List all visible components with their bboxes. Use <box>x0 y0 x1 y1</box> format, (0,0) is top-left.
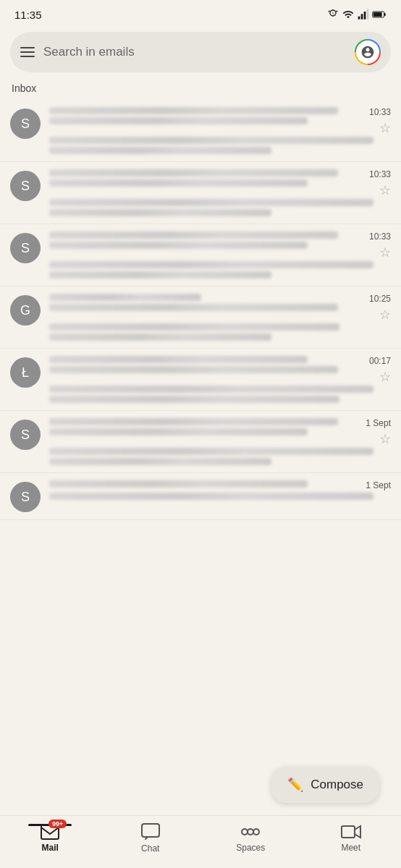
sender-avatar-2: S <box>10 171 41 201</box>
email-content-3: 10:33 ☆ <box>49 231 391 278</box>
email-header-6: 1 Sept ☆ <box>49 418 391 446</box>
email-meta-1: 10:33 ☆ <box>359 107 391 135</box>
svg-rect-6 <box>373 12 382 17</box>
chat-icon <box>141 823 160 841</box>
email-line <box>49 448 373 455</box>
spaces-icon <box>240 824 261 840</box>
email-line <box>49 493 373 500</box>
email-item-5[interactable]: Ł 00:17 ☆ <box>0 349 401 411</box>
sender-avatar-6: S <box>10 420 41 450</box>
meet-label: Meet <box>341 843 360 853</box>
email-line <box>49 366 338 373</box>
email-time-4: 10:25 <box>369 294 391 304</box>
email-content-2: 10:33 ☆ <box>49 169 391 216</box>
email-line <box>49 294 201 301</box>
email-content-6: 1 Sept ☆ <box>49 418 391 465</box>
star-icon-2[interactable]: ☆ <box>379 184 391 197</box>
email-header-1: 10:33 ☆ <box>49 107 391 135</box>
spaces-label: Spaces <box>236 843 265 853</box>
email-line <box>49 147 271 154</box>
email-line <box>49 418 338 425</box>
mail-badge: 99+ <box>48 820 67 828</box>
search-bar[interactable]: Search in emails <box>10 32 391 72</box>
email-line <box>49 169 338 176</box>
mail-label: Mail <box>42 843 59 853</box>
email-item-1[interactable]: S 10:33 ☆ <box>0 100 401 162</box>
email-body-1 <box>49 137 391 154</box>
hamburger-icon[interactable] <box>20 47 35 57</box>
star-icon-6[interactable]: ☆ <box>379 433 391 446</box>
email-header-7: 1 Sept <box>49 480 391 490</box>
email-item-2[interactable]: S 10:33 ☆ <box>0 162 401 224</box>
email-line <box>49 323 339 331</box>
svg-point-9 <box>242 829 248 835</box>
email-header-3: 10:33 ☆ <box>49 231 391 259</box>
email-meta-3: 10:33 ☆ <box>359 231 391 259</box>
email-line <box>49 458 271 465</box>
email-body-5 <box>49 386 391 403</box>
sender-avatar-3: S <box>10 233 41 263</box>
svg-point-11 <box>253 829 259 835</box>
email-line <box>49 107 338 114</box>
svg-rect-12 <box>342 826 355 838</box>
email-body-7 <box>49 493 391 500</box>
svg-rect-3 <box>367 9 369 20</box>
compose-button[interactable]: ✏️ Compose <box>271 767 379 803</box>
email-content-4: 10:25 ☆ <box>49 294 391 341</box>
email-line <box>49 396 339 403</box>
search-placeholder: Search in emails <box>43 45 346 59</box>
compose-pen-icon: ✏️ <box>287 777 303 793</box>
star-icon-5[interactable]: ☆ <box>379 370 391 383</box>
email-content-1: 10:33 ☆ <box>49 107 391 154</box>
email-line <box>49 179 308 187</box>
email-body-4 <box>49 323 391 341</box>
sender-avatar-5: Ł <box>10 357 41 388</box>
svg-rect-0 <box>358 17 360 20</box>
status-time: 11:35 <box>14 9 42 21</box>
svg-rect-2 <box>364 12 366 20</box>
star-icon-1[interactable]: ☆ <box>379 122 391 135</box>
email-lines-5 <box>49 356 353 373</box>
email-line <box>49 271 271 278</box>
email-line <box>49 209 271 216</box>
email-item-3[interactable]: S 10:33 ☆ <box>0 224 401 286</box>
email-header-4: 10:25 ☆ <box>49 294 391 321</box>
status-icons <box>327 9 387 20</box>
email-body-6 <box>49 448 391 465</box>
nav-item-meet[interactable]: Meet <box>326 824 376 853</box>
email-content-7: 1 Sept <box>49 480 391 500</box>
nav-item-mail[interactable]: 99+ Mail <box>25 824 75 853</box>
email-meta-2: 10:33 ☆ <box>359 169 391 197</box>
sender-avatar-1: S <box>10 109 41 139</box>
nav-item-spaces[interactable]: Spaces <box>225 824 276 853</box>
email-content-5: 00:17 ☆ <box>49 356 391 403</box>
email-line <box>49 480 308 488</box>
email-line <box>49 231 338 239</box>
wifi-icon <box>342 9 355 20</box>
sender-avatar-7: S <box>10 482 41 512</box>
star-icon-4[interactable]: ☆ <box>379 308 391 321</box>
inbox-label: Inbox <box>0 80 401 100</box>
nav-item-chat[interactable]: Chat <box>125 823 176 854</box>
svg-rect-8 <box>142 824 159 837</box>
svg-point-10 <box>248 829 253 835</box>
svg-rect-1 <box>361 14 363 19</box>
star-icon-3[interactable]: ☆ <box>379 246 391 259</box>
alarm-icon <box>327 9 339 20</box>
email-lines-7 <box>49 480 353 488</box>
email-item-4[interactable]: G 10:25 ☆ <box>0 286 401 349</box>
email-lines-1 <box>49 107 353 124</box>
email-time-7: 1 Sept <box>366 480 391 490</box>
email-line <box>49 199 373 206</box>
email-header-2: 10:33 ☆ <box>49 169 391 197</box>
svg-rect-5 <box>384 13 386 16</box>
email-line <box>49 428 308 435</box>
email-line <box>49 356 308 363</box>
email-meta-5: 00:17 ☆ <box>359 356 391 383</box>
email-item-6[interactable]: S 1 Sept ☆ <box>0 411 401 473</box>
user-avatar[interactable] <box>355 39 381 65</box>
email-item-7[interactable]: S 1 Sept <box>0 473 401 520</box>
mail-icon-wrap: 99+ <box>41 824 59 840</box>
email-line <box>49 137 373 144</box>
email-meta-4: 10:25 ☆ <box>359 294 391 321</box>
